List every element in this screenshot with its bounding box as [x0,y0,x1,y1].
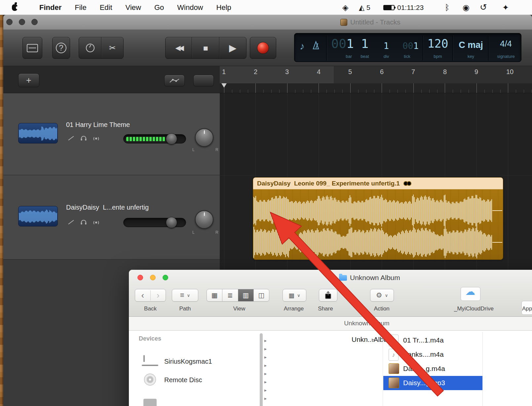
sidebar-scrollbar[interactable] [260,333,263,406]
playhead-icon[interactable] [221,83,227,88]
view-icons-icon[interactable]: ▦ [207,289,222,301]
track-filter-button[interactable] [193,75,214,87]
minimize-icon[interactable] [19,19,25,25]
lcd-beat-value[interactable]: 1 [357,37,373,50]
play-button[interactable]: ▶ [219,37,246,59]
column-divider[interactable] [482,332,483,406]
zoom-icon[interactable] [163,275,168,280]
lcd-div-value[interactable]: 1 [379,41,394,50]
region-header[interactable]: DaisyDaisy Leonie 099_ Experimente unfer… [253,178,503,189]
share-button[interactable] [319,289,337,302]
mute-icon[interactable] [65,133,77,143]
lcd-tempo-value[interactable]: 120 [426,38,450,50]
track2-volume-slider[interactable] [123,218,186,227]
battery-status[interactable]: 01:11:23 [383,0,424,15]
help-button[interactable]: ? [52,37,70,59]
edit-tools-button[interactable]: ✂ [101,37,123,59]
view-list-icon[interactable]: ≣ [222,289,238,301]
path-button[interactable]: ≡ ∨ [172,289,198,302]
track-header-2[interactable]: DaisyDaisy L...ente unfertig L R [3,175,220,260]
back-button[interactable]: ‹ [135,290,150,301]
track2-volume-knob[interactable] [166,217,177,228]
file-row[interactable]: ♪ Banks....m4a [383,347,482,362]
file-row[interactable]: Daisy...g.m4a [383,362,482,376]
mute-icon[interactable] [65,217,77,227]
record-button[interactable] [250,37,276,59]
metronome-icon[interactable] [312,41,320,50]
zoom-icon[interactable] [31,19,38,25]
apple-menu-icon[interactable] [12,4,18,11]
chevron-down-icon: ∨ [297,293,300,298]
bluetooth-icon[interactable]: ᛒ [445,0,449,15]
disclosure-icon[interactable]: ▸ [264,371,267,376]
view-columns-icon[interactable]: ▥ [238,289,254,301]
disclosure-icon[interactable]: ▸ [264,396,267,401]
menu-extra-icon[interactable]: ✦ [502,0,509,15]
track1-volume-slider[interactable] [123,134,186,143]
headphones-icon[interactable] [77,217,90,227]
file-row-selected[interactable]: Daisy...g.mp3 [383,376,482,390]
accessibility-icon[interactable]: ◉ [463,0,470,15]
view-coverflow-icon[interactable]: ◫ [254,289,269,301]
menu-view[interactable]: View [126,3,141,12]
timeline-ticks[interactable] [220,83,532,93]
disclosure-icon[interactable]: ▸ [264,379,267,385]
file-row[interactable]: ♪ 01 Tr...1.m4a [383,333,482,347]
action-button[interactable]: ⚙ ∨ [370,289,394,302]
dropbox-icon[interactable]: ◈ [342,0,348,15]
close-icon[interactable] [6,19,13,25]
audio-region[interactable]: DaisyDaisy Leonie 099_ Experimente unfer… [253,177,503,260]
automation-button[interactable] [164,75,185,87]
column-folder-row[interactable]: Unkn...Album ▸ [271,333,383,347]
lcd-tick-value[interactable]: 001 [396,41,419,50]
lcd-display[interactable]: ♪ 001 bar 1 beat 1 div 001 tick [294,33,521,62]
disclosure-icon[interactable]: ▸ [264,354,267,360]
lcd-key-value[interactable]: C maj [457,40,485,50]
ruler-bar-1: 1 [222,68,226,76]
disclosure-icon[interactable]: ▸ [264,346,267,351]
disclosure-icon[interactable]: ▸ [264,363,267,368]
menu-window[interactable]: Window [177,3,203,12]
input-monitor-icon[interactable] [90,133,102,143]
input-monitor-icon[interactable] [90,217,102,227]
audio-file-icon: ♪ [389,349,399,361]
track2-waveform-thumbnail[interactable] [18,206,58,226]
lcd-div-label: div [379,54,394,59]
sidebar-item-remote-disc[interactable]: Remote Disc [164,376,202,384]
track2-name[interactable]: DaisyDaisy L...ente unfertig [66,204,149,211]
menu-file[interactable]: File [75,3,86,12]
forward-button[interactable]: › [150,290,166,301]
timeline-ruler[interactable]: 1 2 3 4 5 6 7 8 9 10 [220,66,532,83]
headphones-icon[interactable] [77,133,90,143]
library-button[interactable] [22,37,42,59]
track1-waveform-thumbnail[interactable] [18,123,58,143]
minimize-icon[interactable] [150,275,156,280]
add-track-button[interactable]: + [18,73,39,87]
share-icon [324,291,332,300]
tuner-button[interactable] [79,37,101,59]
disclosure-icon[interactable]: ▸ [264,338,267,343]
rewind-button[interactable]: ◀◀ [166,37,192,59]
signal-status-icon[interactable]: ◭ 5 [359,0,370,15]
icloud-drive-button[interactable]: ☁ [461,287,480,301]
track2-pan-knob[interactable] [195,210,213,229]
menu-help[interactable]: Help [216,3,231,12]
track1-volume-knob[interactable] [166,133,177,144]
column-divider[interactable] [383,332,383,406]
note-mode-icon[interactable]: ♪ [300,41,305,52]
lcd-signature-value[interactable]: 4/4 [492,39,520,49]
track1-name[interactable]: 01 Harry Lime Theme [66,121,130,129]
time-machine-icon[interactable]: ↺ [480,0,487,15]
sidebar-item-computer[interactable]: SiriusKogsmac1 [164,358,212,365]
transport-controls: ◀◀ ■ ▶ [165,37,247,59]
disclosure-icon[interactable]: ▸ [264,387,267,393]
menu-app-name[interactable]: Finder [39,3,61,12]
arrange-button[interactable]: ▦ ∨ [283,289,306,302]
menu-go[interactable]: Go [154,3,164,12]
close-icon[interactable] [137,275,143,280]
menu-edit[interactable]: Edit [100,3,112,12]
track-header-1[interactable]: 01 Harry Lime Theme L R [3,93,220,175]
lcd-bar-value[interactable]: 001 [327,37,354,50]
track1-pan-knob[interactable] [195,128,213,147]
stop-button[interactable]: ■ [192,37,219,59]
